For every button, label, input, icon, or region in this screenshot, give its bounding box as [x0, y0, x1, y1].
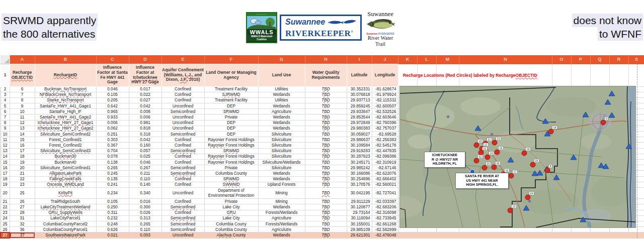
cell[interactable]: Rayonier Forest Holdings [204, 137, 258, 143]
cell[interactable]: Forests/Wetlands [258, 221, 305, 227]
cell[interactable]: TBD [305, 227, 347, 232]
column-header-O[interactable]: O [552, 55, 571, 64]
row-number[interactable]: 9 [1, 126, 10, 131]
cell[interactable]: 29.621301 [347, 232, 372, 238]
row-number[interactable]: 22 [1, 204, 10, 210]
row-number[interactable]: 23 [1, 210, 10, 215]
cell[interactable]: SWWMD [204, 182, 258, 187]
cell[interactable]: TBD [305, 120, 347, 126]
cell[interactable]: TBD [305, 199, 347, 204]
cell[interactable]: ColumbiaCountyParcel1 [35, 227, 96, 232]
cell[interactable]: 29.986637 [347, 137, 372, 143]
row-number[interactable]: 2 [1, 86, 10, 92]
cell[interactable]: Ichetucknee_HWY_27_Gage1 [35, 120, 96, 126]
row-number[interactable]: 10 [1, 132, 10, 137]
row-number[interactable]: 18 [1, 176, 10, 182]
cell[interactable]: Columbia County [204, 171, 258, 176]
cell[interactable]: TBD [305, 165, 347, 171]
cell[interactable]: Wetlands [258, 204, 305, 210]
cell[interactable]: -82.545178 [372, 143, 398, 148]
cell[interactable]: 0.022 [129, 92, 162, 97]
cell[interactable]: 26 [10, 199, 35, 204]
empty-cell[interactable] [459, 232, 552, 238]
cell[interactable]: Silviculture_SemiConfined3 [35, 148, 96, 154]
cell[interactable]: Confined [162, 176, 204, 182]
cell[interactable]: LakeCityParcel1 [35, 215, 96, 221]
row-number[interactable]: 24 [1, 215, 10, 221]
cell[interactable]: 30.120877 [347, 204, 372, 210]
column-header-H[interactable]: H [305, 55, 347, 64]
cell[interactable]: Utilities [258, 86, 305, 92]
cell[interactable]: -82.67146 [372, 165, 398, 171]
cell[interactable]: 0.250 [96, 204, 129, 210]
cell[interactable]: Wetlands [258, 103, 305, 109]
cell[interactable]: 0.140 [129, 182, 162, 187]
cell[interactable]: 0.704 [96, 148, 129, 154]
cell[interactable]: 0.642 [96, 103, 129, 109]
cell[interactable]: TBD [305, 204, 347, 210]
row-number[interactable]: 20 [1, 187, 10, 198]
field-header[interactable]: InfluenceFactor at SantaFe HWY 441Gage [96, 64, 129, 86]
row-number[interactable]: 16 [1, 165, 10, 171]
cell[interactable]: 0.062 [96, 126, 129, 131]
cell[interactable]: Semiconfined [162, 132, 204, 137]
cell[interactable]: 30.155001 [347, 221, 372, 227]
column-header-P[interactable]: P [571, 55, 590, 64]
column-header-N[interactable]: N [459, 55, 552, 64]
cell[interactable]: Osceola_WMDLand [35, 182, 96, 187]
cell[interactable]: TBD [305, 103, 347, 109]
column-header-Q[interactable]: Q [590, 55, 609, 64]
cell[interactable]: 29.853544 [347, 114, 372, 120]
cell[interactable]: 0.933 [96, 114, 129, 120]
cell[interactable]: 27 [10, 204, 35, 210]
cell[interactable]: 0.265 [129, 221, 162, 227]
cell[interactable]: 11 [10, 114, 35, 120]
cell[interactable]: 0.818 [129, 126, 162, 131]
row-number[interactable]: 4 [1, 97, 10, 103]
cell[interactable]: 29.985242 [347, 165, 372, 171]
cell[interactable]: Unconfined [162, 232, 204, 238]
cell[interactable]: Wetlands [258, 232, 305, 238]
cell[interactable]: Silviculture [258, 143, 305, 148]
cell[interactable]: Confined [162, 92, 204, 97]
cell[interactable]: Unconfined [162, 103, 204, 109]
row-number[interactable]: 27 [1, 232, 10, 238]
cell[interactable]: Unconfined [162, 126, 204, 131]
cell[interactable]: Mining [258, 187, 305, 198]
cell[interactable]: -82.099386 [372, 154, 398, 159]
cell[interactable]: 29.985109 [347, 227, 372, 232]
cell[interactable]: 10 [10, 109, 35, 114]
cell[interactable]: Ichetucknee_HWY_27_Gage2 [35, 126, 96, 131]
select-all-corner[interactable] [1, 55, 10, 64]
cell[interactable]: 0.042 [129, 137, 162, 143]
field-header[interactable]: RechargeID [35, 64, 96, 86]
field-header[interactable]: Latitude [347, 64, 372, 86]
cell[interactable]: TBD [305, 137, 347, 143]
empty-cell[interactable] [436, 232, 459, 238]
cell[interactable]: 29.972849 [347, 120, 372, 126]
cell[interactable]: 0.017 [129, 86, 162, 92]
cell[interactable]: Treatment Facility [204, 86, 258, 92]
cell[interactable]: -81.628674 [372, 86, 398, 92]
cell[interactable]: Semiconfined [162, 204, 204, 210]
cell[interactable]: 0.135 [96, 176, 129, 182]
cell[interactable]: Agriculture [258, 215, 305, 221]
cell[interactable]: 0.110 [129, 227, 162, 232]
cell[interactable]: 16 [10, 143, 35, 148]
cell[interactable]: TBD [305, 86, 347, 92]
cell[interactable]: Lake City [204, 215, 258, 221]
cell[interactable]: TBD [305, 221, 347, 227]
cell[interactable]: Wetlands [258, 176, 305, 182]
cell[interactable]: 31 [10, 215, 35, 221]
cell[interactable]: 29.911229 [347, 199, 372, 204]
cell[interactable]: Silviculture [258, 132, 305, 137]
cell[interactable]: 8 [10, 97, 35, 103]
cell[interactable]: SRWMD [204, 109, 258, 114]
cell[interactable]: 0.006 [129, 114, 162, 120]
cell[interactable]: 0.211 [129, 171, 162, 176]
row-number[interactable]: 14 [1, 154, 10, 159]
cell[interactable]: 0.245 [96, 171, 129, 176]
cell[interactable]: Wetlands [258, 114, 305, 120]
cell[interactable]: Upland Forests [258, 182, 305, 187]
cell[interactable]: TBD [305, 92, 347, 97]
